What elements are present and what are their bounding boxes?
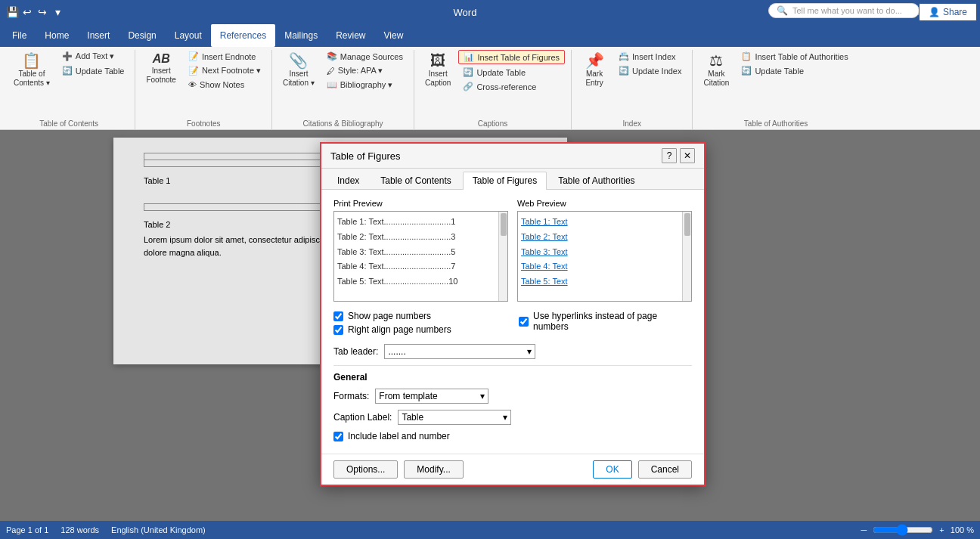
bibliography-button[interactable]: 📖 Bibliography ▾ (322, 79, 408, 91)
zoom-plus-icon[interactable]: + (939, 525, 944, 534)
ok-button[interactable]: OK (593, 460, 631, 479)
formats-value: From template (379, 391, 437, 401)
title-bar-controls: 💾 ↩ ↪ ▾ (6, 6, 64, 18)
web-preview-content: Table 1: Text Table 2: Text Table 3: Tex… (518, 212, 691, 293)
modify-button[interactable]: Modify... (404, 460, 463, 479)
print-preview-scroll-thumb[interactable] (501, 213, 507, 236)
print-entry-2: Table 2: Text...........................… (337, 230, 497, 245)
formats-select[interactable]: From template ▾ (375, 389, 488, 404)
table-of-contents-button[interactable]: 📋 Table ofContents ▾ (9, 50, 54, 91)
insert-table-of-authorities-button[interactable]: 📋 Insert Table of Authorities (737, 50, 852, 63)
ribbon-group-footnotes: AB InsertFootnote 📝 Insert Endnote 📝 Nex… (135, 50, 272, 129)
update-index-icon: 🔄 (619, 66, 629, 76)
menu-view[interactable]: View (375, 24, 413, 47)
dialog-tabs: Index Table of Contents Table of Figures… (321, 169, 704, 190)
web-preview-scrollbar[interactable] (682, 212, 691, 301)
citations-small-buttons: 📚 Manage Sources 🖊 Style: APA ▾ 📖 Biblio… (322, 50, 408, 91)
menu-review[interactable]: Review (327, 24, 374, 47)
bibliography-icon: 📖 (327, 80, 337, 90)
tab-leader-dropdown-icon: ▾ (527, 346, 532, 357)
caption-label-label: Caption Label: (333, 412, 392, 423)
ribbon-group-authorities-content: ⚖ MarkCitation 📋 Insert Table of Authori… (699, 50, 852, 118)
manage-sources-button[interactable]: 📚 Manage Sources (322, 50, 408, 63)
dialog-title: Table of Figures (330, 150, 401, 162)
update-table-captions-button[interactable]: 🔄 Update Table (458, 66, 565, 79)
insert-footnote-button[interactable]: AB InsertFootnote (141, 50, 180, 88)
right-align-checkbox[interactable] (333, 325, 343, 335)
use-hyperlinks-checkbox[interactable] (519, 317, 529, 327)
print-entry-4: Table 4: Text...........................… (337, 259, 497, 274)
customize-icon[interactable]: ▾ (51, 6, 64, 18)
next-footnote-button[interactable]: 📝 Next Footnote ▾ (184, 64, 265, 77)
web-preview-scroll-thumb[interactable] (684, 213, 690, 236)
dialog-footer-right: OK Cancel (593, 460, 692, 479)
dialog-title-buttons: ? ✕ (662, 148, 695, 163)
print-preview-label: Print Preview (333, 199, 508, 208)
insert-index-icon: 📇 (619, 51, 629, 61)
ribbon-group-citations: 📎 InsertCitation ▾ 📚 Manage Sources 🖊 St… (272, 50, 414, 129)
tab-index[interactable]: Index (327, 172, 369, 189)
insert-table-of-figures-button[interactable]: 📊 Insert Table of Figures (458, 50, 565, 64)
print-preview-scrollbar[interactable] (498, 212, 507, 301)
dialog-close-button[interactable]: ✕ (680, 148, 695, 163)
menu-file[interactable]: File (3, 24, 36, 47)
add-text-icon: ➕ (62, 51, 73, 61)
app-title: Word (64, 7, 867, 18)
web-link-2[interactable]: Table 2: Text (521, 230, 681, 245)
include-label-label: Include label and number (348, 431, 450, 441)
insert-index-button[interactable]: 📇 Insert Index (614, 50, 686, 63)
web-link-5[interactable]: Table 5: Text (521, 274, 681, 290)
insert-caption-button[interactable]: 🖼 InsertCaption (420, 50, 455, 91)
dialog-help-button[interactable]: ? (662, 148, 677, 163)
options-button[interactable]: Options... (333, 460, 398, 479)
redo-icon[interactable]: ↪ (36, 6, 48, 18)
share-button[interactable]: 👤 Share (919, 3, 977, 21)
cross-reference-button[interactable]: 🔗 Cross-reference (458, 80, 565, 93)
undo-icon[interactable]: ↩ (21, 6, 33, 18)
tab-table-of-contents[interactable]: Table of Contents (371, 172, 461, 189)
web-preview-box: Table 1: Text Table 2: Text Table 3: Tex… (517, 211, 692, 302)
zoom-slider[interactable] (873, 524, 933, 536)
tab-table-of-figures[interactable]: Table of Figures (463, 172, 547, 190)
menu-mailings[interactable]: Mailings (275, 24, 327, 47)
print-checkboxes: Show page numbers Right align page numbe… (333, 311, 507, 338)
web-link-4[interactable]: Table 4: Text (521, 259, 681, 274)
add-text-button[interactable]: ➕ Add Text ▾ (57, 50, 129, 63)
web-link-3[interactable]: Table 3: Text (521, 245, 681, 260)
print-entry-5: Table 5: Text...........................… (337, 274, 497, 290)
tab-leader-select[interactable]: ....... ▾ (384, 344, 535, 359)
caption-label-select[interactable]: Table ▾ (398, 410, 511, 425)
mark-citation-button[interactable]: ⚖ MarkCitation (699, 50, 733, 91)
menu-home[interactable]: Home (36, 24, 78, 47)
zoom-minus-icon[interactable]: ─ (861, 525, 867, 534)
formats-label: Formats: (333, 391, 369, 401)
zoom-level: 100 % (951, 525, 974, 534)
menu-layout[interactable]: Layout (166, 24, 211, 47)
ribbon-group-index: 📌 MarkEntry 📇 Insert Index 🔄 Update Inde… (572, 50, 693, 129)
cancel-button[interactable]: Cancel (638, 460, 692, 479)
menu-design[interactable]: Design (119, 24, 165, 47)
formats-row: Formats: From template ▾ (333, 389, 692, 404)
mark-entry-button[interactable]: 📌 MarkEntry (578, 50, 611, 91)
index-group-label: Index (578, 118, 686, 129)
show-notes-button[interactable]: 👁 Show Notes (184, 79, 265, 91)
cross-reference-icon: 🔗 (463, 82, 473, 91)
web-link-1[interactable]: Table 1: Text (521, 215, 681, 230)
menu-insert[interactable]: Insert (78, 24, 119, 47)
update-index-button[interactable]: 🔄 Update Index (614, 64, 686, 77)
update-table-toc-button[interactable]: 🔄 Update Table (57, 64, 129, 77)
captions-small-buttons: 📊 Insert Table of Figures 🔄 Update Table… (458, 50, 565, 93)
update-table-authorities-button[interactable]: 🔄 Update Table (737, 64, 852, 77)
ribbon-group-toc-content: 📋 Table ofContents ▾ ➕ Add Text ▾ 🔄 Upda… (9, 50, 129, 118)
ribbon-group-toc: 📋 Table ofContents ▾ ➕ Add Text ▾ 🔄 Upda… (3, 50, 135, 129)
toc-group-label: Table of Contents (9, 118, 129, 129)
menu-references[interactable]: References (211, 24, 275, 47)
insert-endnote-button[interactable]: 📝 Insert Endnote (184, 50, 265, 63)
search-icon: 🔍 (777, 5, 788, 16)
style-button[interactable]: 🖊 Style: APA ▾ (322, 64, 408, 77)
tell-me-bar[interactable]: 🔍 Tell me what you want to do... (768, 3, 920, 18)
tab-table-of-authorities[interactable]: Table of Authorities (548, 172, 644, 189)
show-page-numbers-checkbox[interactable] (333, 311, 343, 321)
insert-citation-button[interactable]: 📎 InsertCitation ▾ (278, 50, 319, 91)
include-label-checkbox[interactable] (333, 432, 343, 441)
